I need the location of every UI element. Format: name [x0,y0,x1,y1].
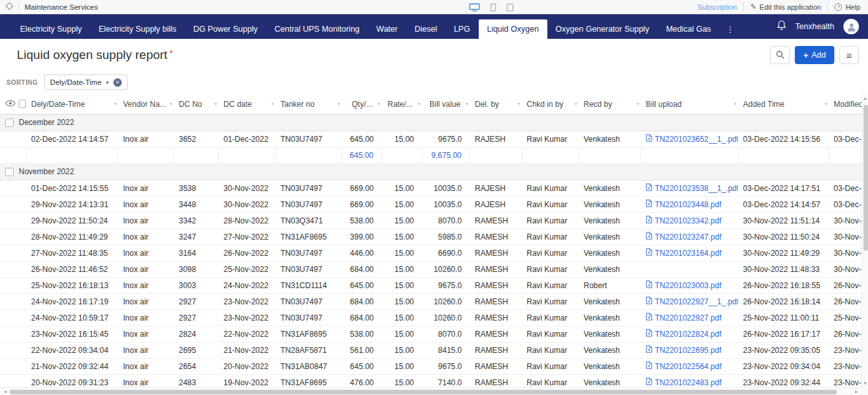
column-header-dcdate[interactable]: DC date▾ [218,95,275,114]
column-header-tanker[interactable]: Tanker no▾ [275,95,341,114]
cell-recd: Robert [578,277,641,293]
cell-dcdate: 23-Nov-2022 [218,310,275,326]
tab-lpg[interactable]: LPG [446,19,479,39]
column-header-recd[interactable]: Recd by▾ [578,95,641,114]
bill-pdf-link[interactable]: TN2201022927.pdf [646,313,722,322]
user-avatar[interactable] [843,19,859,34]
search-button[interactable] [770,46,790,64]
column-header-modified[interactable]: Modified▾ [828,95,862,114]
column-header-vendor[interactable]: Vendor Na...▾ [118,95,174,114]
bill-pdf-link[interactable]: TN2201023652__1_.pdf [646,134,738,144]
scroll-down-icon[interactable]: ▼ [862,381,868,385]
table-row[interactable]: 22-Nov-2022 09:34:04Inox air269521-Nov-2… [0,342,862,358]
phone-icon[interactable] [490,3,496,12]
cell-pdf [641,261,738,277]
bill-pdf-link[interactable]: TN2201023164.pdf [646,248,722,258]
column-label: Vendor Na... [123,100,166,109]
notifications-bell-icon[interactable] [777,20,786,33]
cell-modified: 03-Dec- [828,131,862,147]
tablet-icon[interactable] [507,3,514,12]
table-row[interactable]: 24-Nov-2022 16:17:19Inox air292723-Nov-2… [0,293,862,310]
vertical-scroll-thumb[interactable] [863,105,868,251]
cell-added: 23-Nov-2022 09:35:05 [738,342,828,358]
column-header-added[interactable]: Added Time▾ [738,95,828,114]
table-row[interactable]: 23-Nov-2022 16:15:45Inox air282422-Nov-2… [0,326,862,342]
vertical-scrollbar[interactable]: ▲ ▼ [862,95,868,387]
cell-qty: 561.00 [341,342,382,358]
select-all-checkbox[interactable] [19,100,26,108]
tab-liquid-oxygen[interactable]: Liquid Oxygen [479,19,547,39]
cell-bill: 10035.0 [422,180,470,196]
tab-oxygen-generator-supply[interactable]: Oxygen Generator Supply [547,19,658,39]
table-row[interactable]: 26-Nov-2022 11:46:52Inox air309825-Nov-2… [0,261,862,277]
bill-pdf-link[interactable]: TN2201023342.pdf [646,216,722,225]
bill-pdf-link[interactable]: TN2201022564.pdf [646,361,722,371]
scroll-up-icon[interactable]: ▲ [862,96,868,100]
topbar: Maintenance Services Subscription ✎ Edit… [0,0,868,14]
table-row[interactable]: 20-Nov-2022 09:31:23Inox air248319-Nov-2… [0,374,862,387]
group-checkbox[interactable] [5,119,14,127]
column-header-dcno[interactable]: DC No▾ [174,95,218,114]
horizontal-scroll-thumb[interactable] [10,390,837,394]
column-header-qty[interactable]: Qty/...▾ [341,95,382,114]
add-button-label: Add [812,51,826,60]
tab-dg-power-supply[interactable]: DG Power Supply [185,19,266,39]
table-row[interactable]: 02-Dec-2022 14:14:57Inox air365201-Dec-2… [0,131,862,147]
caret-down-icon[interactable]: ▾ [106,80,109,85]
hamburger-icon: ≡ [847,50,852,61]
scroll-left-icon[interactable]: ◄ [1,388,9,395]
column-header-bill[interactable]: Bill value▾ [422,95,470,114]
tab-diesel[interactable]: Diesel [406,19,446,39]
column-header-dt[interactable]: Dely/Date-Time▾ [26,95,118,114]
tab-electricity-supply[interactable]: Electricity Supply [12,19,90,39]
bill-pdf-link[interactable]: TN2201022695.pdf [646,345,722,355]
add-button[interactable]: + Add [795,46,834,64]
bill-pdf-link[interactable]: TN2201023448.pdf [646,199,722,209]
edit-application-button[interactable]: ✎ Edit this application [750,3,821,11]
group-row: November 2022 [0,163,862,180]
subscription-link[interactable]: Subscription [698,3,737,11]
column-header-chkd[interactable]: Chkd in by▾ [521,95,578,114]
table-row[interactable]: 01-Dec-2022 14:15:55Inox air353830-Nov-2… [0,180,862,196]
tab-water[interactable]: Water [368,19,406,39]
column-header-pdf[interactable]: Bill upload▾ [641,95,738,114]
table-row[interactable]: 25-Nov-2022 16:18:13Inox air300324-Nov-2… [0,277,862,293]
sort-chip[interactable]: Dely/Date-Time ▾ × [44,74,127,90]
table-row[interactable]: 29-Nov-2022 14:13:31Inox air344830-Nov-2… [0,196,862,212]
app-logo-icon[interactable] [5,2,14,12]
cell-bill: 7140.0 [422,374,470,387]
tab-central-ups-monitoring[interactable]: Central UPS Monitoring [266,19,368,39]
cell-pdf: TN2201022927.pdf [641,310,738,326]
table-row[interactable]: 21-Nov-2022 09:32:44Inox air265420-Nov-2… [0,358,862,374]
subtotal-cell-added [738,147,828,163]
horizontal-scrollbar[interactable]: ◄ ► [0,387,862,395]
table-row[interactable]: 24-Nov-2022 10:59:17Inox air292723-Nov-2… [0,310,862,326]
cell-tanker: TN03U7497 [275,310,341,326]
cell-delby: RAMESH [470,342,521,358]
subtotal-cell-bill: 9,675.00 [422,147,470,163]
help-button[interactable]: ? Help [834,3,860,11]
cell-vendor: Inox air [118,245,174,261]
view-menu-button[interactable]: ≡ [839,46,859,64]
scroll-right-icon[interactable]: ► [852,388,860,395]
tab-electricity-supply-bills[interactable]: Electricity Supply bills [90,19,185,39]
bill-pdf-link[interactable]: TN2201023003.pdf [646,280,722,290]
more-tabs-button[interactable]: ⋮ [720,19,741,39]
column-header-delby[interactable]: Del. by▾ [470,95,521,114]
eye-icon[interactable] [5,100,16,109]
desktop-icon[interactable] [469,3,480,12]
cell-dcdate: 27-Nov-2022 [218,229,275,245]
column-header-rate[interactable]: Rate/...▾ [382,95,422,114]
group-checkbox[interactable] [5,168,14,176]
bill-pdf-link[interactable]: TN2201022483.pdf [646,378,722,387]
table-row[interactable]: 28-Nov-2022 11:49:29Inox air324727-Nov-2… [0,229,862,245]
table-row[interactable]: 27-Nov-2022 11:48:35Inox air316426-Nov-2… [0,245,862,261]
table-row[interactable]: 29-Nov-2022 11:50:24Inox air334228-Nov-2… [0,212,862,229]
bill-pdf-link[interactable]: TN2201022927__1_.pdf [646,297,738,306]
bill-pdf-link[interactable]: TN2201023538__1_.pdf [646,183,738,193]
remove-sort-icon[interactable]: × [113,78,122,87]
column-label: Dely/Date-Time [31,100,85,109]
bill-pdf-link[interactable]: TN2201022824.pdf [646,329,722,339]
bill-pdf-link[interactable]: TN2201023247.pdf [646,232,722,242]
tab-medical-gas[interactable]: Medical Gas [657,19,719,39]
